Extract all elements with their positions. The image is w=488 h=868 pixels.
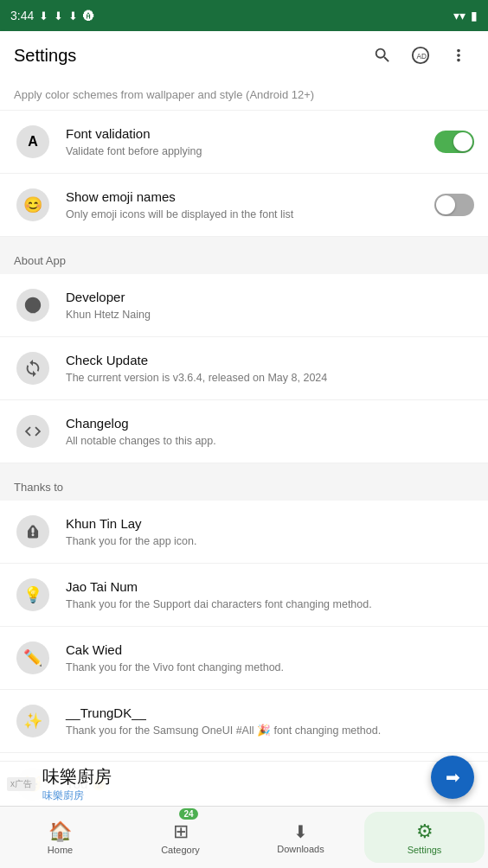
ad-text-cn: 味樂廚房 [42,765,112,788]
check-update-icon [16,352,49,385]
changelog-title: Changelog [66,415,474,432]
nav-label-downloads: Downloads [277,844,324,854]
check-update-title: Check Update [66,352,474,369]
more-icon [449,46,468,65]
cak-wied-desc: Thank you for the Vivo font changing met… [66,661,474,674]
changelog-item[interactable]: Changelog All notable changes to this ap… [0,400,488,463]
emoji-names-icon-wrap: 😊 [14,186,52,224]
home-nav-icon: 🏠 [48,820,72,843]
about-app-header: About App [0,237,488,274]
cak-wied-item[interactable]: ✏️ Cak Wied Thank you for the Vivo font … [0,627,488,690]
top-hint: Apply color schemes from wallpaper and s… [0,80,488,111]
show-emoji-names-item[interactable]: 😊 Show emoji names Only emoji icons will… [0,174,488,237]
fab-icon: ➡ [446,767,460,788]
search-button[interactable] [367,40,398,71]
font-validation-text: Font validation Validate font before app… [66,125,434,158]
jao-tai-num-icon-wrap: 💡 [14,576,52,614]
trungdk-title: __TrungDK__ [66,705,474,722]
jao-tai-num-icon: 💡 [16,578,49,611]
battery-icon: ▮ [471,9,478,22]
khun-tin-lay-icon-wrap [14,513,52,551]
status-time: 3:44 [10,9,34,22]
app-bar-actions: AD [367,40,474,71]
jao-tai-num-desc: Thank you for the Support dai characters… [66,597,474,611]
settings-nav-icon: ⚙ [416,820,433,843]
status-bar: 3:44 ⬇ ⬇ ⬇ 🅐 ▾▾ ▮ [0,0,488,31]
developer-text: Developer Khun Htetz Naing [66,289,474,322]
bottom-nav: 🏠 Home 24 ⊞ Category ⬇ Downloads ⚙ Setti… [0,806,488,868]
nav-label-category: Category [161,845,200,855]
developer-desc: Khun Htetz Naing [66,308,474,322]
check-update-desc: The current version is v3.6.4, released … [66,371,474,385]
emoji-toggle-knob [436,195,455,214]
cak-wied-icon-wrap: ✏️ [14,639,52,677]
changelog-icon-wrap [14,412,52,450]
nav-item-category[interactable]: 24 ⊞ Category [120,807,241,868]
khun-tin-lay-title: Khun Tin Lay [66,515,474,533]
khun-tin-lay-text: Khun Tin Lay Thank you for the app icon. [66,515,474,548]
nav-label-home: Home [48,845,73,855]
thanks-to-header: Thanks to [0,463,488,501]
nav-item-home[interactable]: 🏠 Home [0,807,120,868]
developer-icon-wrap [14,286,52,324]
nav-item-downloads[interactable]: ⬇ Downloads [241,807,361,868]
ad-text-sub: 味樂廚房 [42,788,112,803]
search-icon [373,46,392,65]
download-icon-3: ⬇ [68,10,78,22]
ad-content: 味樂廚房 味樂廚房 [42,765,112,803]
category-nav-icon: ⊞ [173,820,189,843]
ad-settings-button[interactable]: AD [405,40,436,71]
font-validation-title: Font validation [66,125,434,143]
font-validation-toggle[interactable] [434,131,474,153]
khun-tin-lay-item[interactable]: Khun Tin Lay Thank you for the app icon. [0,501,488,564]
font-validation-icon: A [16,125,49,158]
trungdk-item[interactable]: ✨ __TrungDK__ Thank you for the Samsung … [0,690,488,753]
font-validation-item[interactable]: A Font validation Validate font before a… [0,111,488,174]
status-bar-left: 3:44 ⬇ ⬇ ⬇ 🅐 [10,9,94,22]
download-icon-1: ⬇ [39,10,48,22]
cak-wied-icon: ✏️ [16,641,49,674]
changelog-desc: All notable changes to this app. [66,434,474,448]
developer-icon [16,289,49,322]
wifi-icon: ▾▾ [453,9,466,22]
jao-tai-num-text: Jao Tai Num Thank you for the Support da… [66,578,474,611]
changelog-text: Changelog All notable changes to this ap… [66,415,474,448]
cak-wied-text: Cak Wied Thank you for the Vivo font cha… [66,641,474,674]
changelog-icon [16,415,49,448]
emoji-names-title: Show emoji names [66,188,434,206]
jao-tai-num-item[interactable]: 💡 Jao Tai Num Thank you for the Support … [0,564,488,627]
khun-tin-lay-desc: Thank you for the app icon. [66,534,474,548]
nav-label-settings: Settings [408,845,442,855]
downloads-nav-icon: ⬇ [293,821,308,842]
download-icon-2: ⬇ [54,10,63,22]
emoji-names-desc: Only emoji icons will be displayed in th… [66,207,434,221]
app-bar-title: Settings [14,46,76,66]
ad-label: x广告 [7,777,35,791]
settings-content: Apply color schemes from wallpaper and s… [0,80,488,868]
trungdk-text: __TrungDK__ Thank you for the Samsung On… [66,705,474,737]
developer-title: Developer [66,289,474,306]
emoji-names-text: Show emoji names Only emoji icons will b… [66,188,434,221]
ad-icon: AD [411,46,430,65]
check-update-item[interactable]: Check Update The current version is v3.6… [0,337,488,400]
category-badge: 24 [179,808,197,820]
ad-overlay[interactable]: x广告 味樂廚房 味樂廚房 [0,761,488,806]
emoji-names-toggle[interactable] [434,194,474,216]
khun-tin-lay-icon [16,515,49,548]
trungdk-icon: ✨ [16,705,49,737]
fab-button[interactable]: ➡ [431,756,474,799]
check-update-text: Check Update The current version is v3.6… [66,352,474,385]
trungdk-desc: Thank you for the Samsung OneUI #All 🎉 f… [66,724,474,737]
svg-text:AD: AD [416,53,427,61]
developer-item[interactable]: Developer Khun Htetz Naing [0,274,488,337]
status-bar-right: ▾▾ ▮ [453,9,478,22]
more-options-button[interactable] [443,40,474,71]
nav-item-settings[interactable]: ⚙ Settings [364,812,485,863]
trungdk-icon-wrap: ✨ [14,702,52,740]
app-bar: Settings AD [0,31,488,80]
font-validation-desc: Validate font before applying [66,144,434,158]
jao-tai-num-title: Jao Tai Num [66,578,474,596]
check-update-icon-wrap [14,349,52,387]
alert-icon: 🅐 [83,10,94,22]
emoji-names-icon: 😊 [16,188,49,221]
